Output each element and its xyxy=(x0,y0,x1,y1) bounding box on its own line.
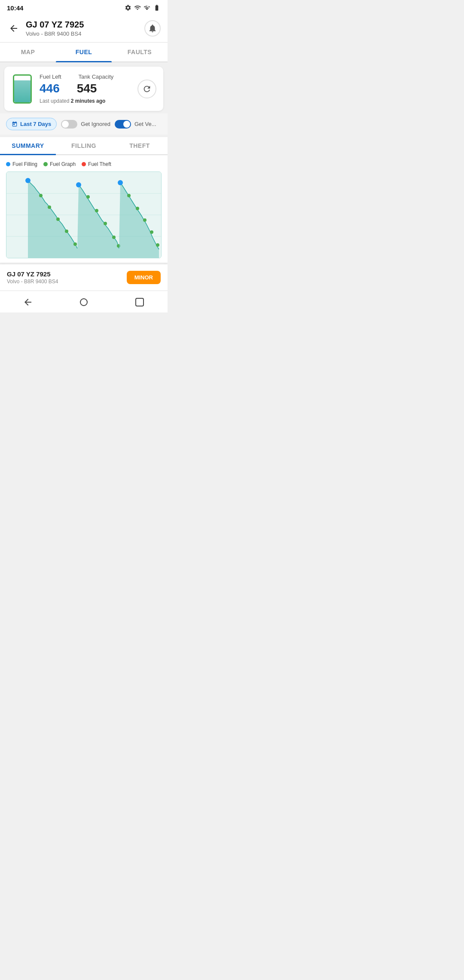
svg-point-22 xyxy=(143,218,147,222)
bottom-vehicle-sub: Volvo - B8R 9400 BS4 xyxy=(7,279,58,285)
chart-area[interactable] xyxy=(6,172,162,258)
header-title: GJ 07 YZ 7925 xyxy=(26,20,84,30)
filter-row: Last 7 Days Get Ignored Get Ve... xyxy=(0,113,168,135)
status-icons xyxy=(125,4,161,11)
legend-theft-dot xyxy=(82,162,86,166)
verified-label: Get Ve... xyxy=(134,121,156,127)
calendar-icon xyxy=(12,121,18,127)
fuel-gauge-visual xyxy=(13,74,32,104)
tab-map[interactable]: MAP xyxy=(0,43,56,61)
legend-theft: Fuel Theft xyxy=(82,161,111,167)
battery-icon xyxy=(153,4,161,11)
svg-point-12 xyxy=(76,182,81,187)
legend-filling-dot xyxy=(6,162,10,166)
fuel-chart-svg xyxy=(6,172,161,258)
bottom-card: GJ 07 YZ 7925 Volvo - B8R 9400 BS4 MINOR xyxy=(0,264,168,291)
svg-point-8 xyxy=(56,217,60,221)
tank-capacity-label: Tank Capacity xyxy=(79,74,114,80)
ignored-toggle-row: Get Ignored xyxy=(61,120,110,129)
nav-recents-button[interactable] xyxy=(130,295,149,309)
sub-tab-filling[interactable]: FILLING xyxy=(56,137,112,154)
minor-badge[interactable]: MINOR xyxy=(127,271,161,284)
svg-point-16 xyxy=(112,236,116,239)
ignored-label: Get Ignored xyxy=(81,121,110,127)
tab-faults[interactable]: FAULTS xyxy=(112,43,168,61)
fuel-gauge-icon xyxy=(11,74,34,104)
settings-icon xyxy=(125,4,131,11)
svg-point-19 xyxy=(118,180,123,185)
svg-point-13 xyxy=(86,195,90,199)
svg-point-9 xyxy=(65,230,68,233)
period-label: Last 7 Days xyxy=(20,121,51,127)
svg-point-7 xyxy=(48,205,51,209)
legend-filling-label: Fuel Filling xyxy=(12,161,37,167)
chart-section: Fuel Filling Fuel Graph Fuel Theft xyxy=(0,155,168,263)
main-tabs: MAP FUEL FAULTS xyxy=(0,43,168,62)
legend-graph-dot xyxy=(43,162,48,166)
bell-button[interactable] xyxy=(144,20,161,37)
bottom-vehicle-id: GJ 07 YZ 7925 xyxy=(7,270,58,278)
ignored-toggle[interactable] xyxy=(61,120,77,129)
svg-rect-26 xyxy=(136,298,143,306)
period-filter-chip[interactable]: Last 7 Days xyxy=(6,118,57,130)
fuel-info: Fuel Left Tank Capacity 446 545 Last upd… xyxy=(40,74,131,104)
wifi-icon xyxy=(134,4,141,11)
svg-point-15 xyxy=(104,222,107,225)
svg-point-14 xyxy=(95,209,98,212)
svg-point-24 xyxy=(156,243,159,247)
refresh-button[interactable] xyxy=(137,80,156,98)
tab-fuel[interactable]: FUEL xyxy=(56,43,112,61)
legend-graph: Fuel Graph xyxy=(43,161,76,167)
nav-home-button[interactable] xyxy=(74,295,93,309)
sub-tabs: SUMMARY FILLING THEFT xyxy=(0,137,168,155)
fuel-left-label: Fuel Left xyxy=(40,74,61,80)
legend-theft-label: Fuel Theft xyxy=(88,161,111,167)
header: GJ 07 YZ 7925 Volvo - B8R 9400 BS4 xyxy=(0,15,168,43)
verified-toggle-row: Get Ve... xyxy=(115,120,156,129)
sub-tab-summary[interactable]: SUMMARY xyxy=(0,137,56,154)
fuel-values: 446 545 xyxy=(40,82,131,95)
svg-point-5 xyxy=(25,178,31,183)
nav-bar xyxy=(0,291,168,312)
back-button[interactable] xyxy=(7,21,21,35)
nav-back-button[interactable] xyxy=(18,295,37,309)
signal-icon xyxy=(143,4,150,11)
verified-toggle[interactable] xyxy=(115,120,131,129)
fuel-labels: Fuel Left Tank Capacity xyxy=(40,74,131,80)
svg-point-6 xyxy=(39,194,43,197)
chart-legend: Fuel Filling Fuel Graph Fuel Theft xyxy=(6,161,162,167)
svg-point-20 xyxy=(127,194,131,197)
header-subtitle: Volvo - B8R 9400 BS4 xyxy=(26,31,84,37)
fuel-left-value: 446 xyxy=(40,82,60,95)
bottom-vehicle-info: GJ 07 YZ 7925 Volvo - B8R 9400 BS4 xyxy=(7,270,58,285)
header-info: GJ 07 YZ 7925 Volvo - B8R 9400 BS4 xyxy=(26,20,84,37)
svg-point-21 xyxy=(136,207,139,210)
sub-tab-theft[interactable]: THEFT xyxy=(112,137,168,154)
svg-point-25 xyxy=(80,299,87,306)
header-left: GJ 07 YZ 7925 Volvo - B8R 9400 BS4 xyxy=(7,20,84,37)
svg-point-10 xyxy=(73,242,77,246)
legend-graph-label: Fuel Graph xyxy=(50,161,76,167)
fuel-updated: Last updated 2 minutes ago xyxy=(40,98,131,104)
fuel-card: Fuel Left Tank Capacity 446 545 Last upd… xyxy=(4,67,163,111)
svg-point-23 xyxy=(150,230,153,234)
status-time: 10:44 xyxy=(7,4,23,12)
tank-capacity-value: 545 xyxy=(77,82,97,95)
legend-filling: Fuel Filling xyxy=(6,161,37,167)
fuel-fill-level xyxy=(14,80,31,102)
status-bar: 10:44 xyxy=(0,0,168,15)
